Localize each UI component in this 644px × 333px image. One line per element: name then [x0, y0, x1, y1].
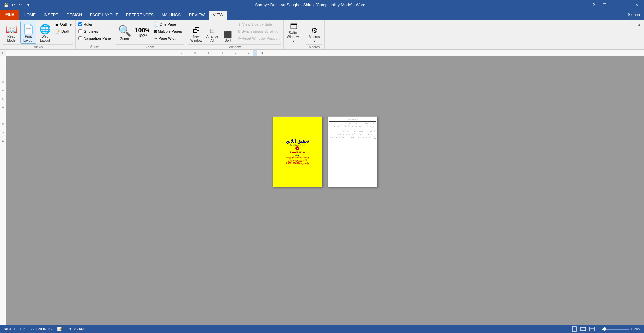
web-layout-button[interactable]: 🌐 Web Layout	[37, 21, 53, 44]
svg-text:9: 9	[2, 131, 4, 134]
tab-references[interactable]: REFERENCES	[122, 11, 158, 20]
zoom-100-button[interactable]: 100% 100%	[134, 21, 152, 44]
tab-design[interactable]: DESIGN	[63, 11, 86, 20]
switch-windows-group: 🗔 Switch Windows ▾	[284, 20, 304, 49]
tab-review[interactable]: REVIEW	[185, 11, 209, 20]
zoom-100-icon: 100%	[135, 27, 151, 34]
language: PERSIAN	[68, 327, 84, 331]
svg-rect-25	[590, 327, 594, 331]
status-bar: PAGE 1 OF 2 229 WORDS 📝 PERSIAN −	[0, 325, 644, 333]
status-bar-right: − + 20%	[571, 326, 641, 332]
page-1: تحقیق آنلاین Tahghighonline.ir ★ مرجع دا…	[273, 116, 322, 187]
switch-windows-label: Switch Windows	[287, 31, 301, 39]
show-group-content: Ruler Gridlines Navigation Pane	[78, 21, 112, 43]
navigation-pane-checkbox[interactable]: Navigation Pane	[78, 35, 112, 42]
redo-button[interactable]: ↪	[17, 2, 24, 8]
save-button[interactable]: 💾	[3, 2, 9, 8]
proofing-icon: 📝	[57, 327, 62, 331]
navigation-pane-label: Navigation Pane	[84, 36, 111, 40]
page1-price: با کمترین قیمت بازار	[288, 159, 307, 162]
close-button[interactable]: ✕	[632, 2, 641, 8]
svg-text:5: 5	[2, 98, 4, 100]
arrange-all-button[interactable]: ⊟ Arrange All	[205, 21, 220, 44]
collapse-ribbon-button[interactable]: ▲	[636, 22, 643, 28]
view-side-by-side-icon: ⫼	[238, 22, 241, 26]
svg-text:8: 8	[2, 123, 4, 125]
zoom-button[interactable]: 🔍 Zoom	[116, 21, 133, 44]
synchronous-scrolling-button[interactable]: ⇅ Synchronous Scrolling	[236, 28, 281, 35]
multiple-pages-button[interactable]: ⊞ Multiple Pages	[152, 28, 184, 35]
one-page-button[interactable]: 📄 One Page	[152, 21, 184, 28]
page1-subtitle: مرجع دانلـــود	[290, 150, 305, 154]
outline-draft-col: ☰ Outline 📝 Draft	[54, 21, 73, 35]
print-layout-view-button[interactable]	[571, 326, 577, 332]
read-mode-button[interactable]: 📖 Read Mode	[3, 21, 19, 44]
tab-home[interactable]: HOME	[19, 11, 40, 20]
views-group-label: Views	[3, 44, 73, 50]
gridlines-checkbox[interactable]: Gridlines	[78, 28, 112, 35]
macros-icon: ⚙	[311, 27, 318, 34]
ruler-area: L 7 6 5 4 3 2 1	[0, 50, 644, 56]
ruler-check-input[interactable]	[78, 22, 82, 26]
ruler-checkbox[interactable]: Ruler	[78, 21, 112, 28]
tab-view[interactable]: VIEW	[209, 11, 227, 20]
web-layout-view-button[interactable]	[589, 326, 595, 332]
view-side-by-side-button[interactable]: ⫼ View Side by Side	[236, 21, 281, 28]
tab-page-layout[interactable]: PAGE LAYOUT	[86, 11, 122, 20]
page1-url: Tahghighonline.ir	[290, 144, 305, 146]
print-layout-button[interactable]: 📄 Print Layout	[20, 21, 36, 44]
split-button[interactable]: ⬛ Split	[220, 21, 235, 44]
navigation-check-input[interactable]	[78, 36, 82, 40]
gridlines-label: Gridlines	[84, 29, 98, 33]
zoom-out-button[interactable]: −	[598, 326, 600, 332]
outline-icon: ☰	[55, 22, 59, 27]
zoom-100-label: 100%	[138, 34, 147, 38]
minimize-button[interactable]: ─	[610, 2, 620, 8]
zoom-in-button[interactable]: +	[630, 326, 633, 332]
svg-text:4: 4	[221, 51, 223, 54]
horizontal-ruler: 7 6 5 4 3 2 1	[6, 50, 644, 56]
web-layout-icon: 🌐	[39, 25, 51, 34]
undo-button[interactable]: ↩	[10, 2, 17, 8]
window-title: Sanaye-Dasti-Va-Soughat-Shiraz [Compatib…	[32, 3, 589, 7]
outline-button[interactable]: ☰ Outline	[54, 21, 73, 28]
reset-window-label: Reset Window Position	[242, 36, 280, 40]
new-window-button[interactable]: 🗗 New Window	[188, 21, 204, 44]
multiple-pages-icon: ⊞	[154, 29, 157, 34]
svg-text:1: 1	[261, 51, 263, 54]
macros-button[interactable]: ⚙ Macros ▾	[306, 21, 322, 44]
reset-window-position-button[interactable]: ⟲ Reset Window Position	[236, 35, 281, 42]
new-window-label: New Window	[189, 35, 203, 43]
customize-qat-button[interactable]: ▾	[25, 2, 32, 8]
tab-mailings[interactable]: MAILINGS	[158, 11, 185, 20]
zoom-slider-thumb[interactable]	[603, 327, 606, 331]
split-label: Split	[225, 39, 231, 43]
page-width-button[interactable]: ↔ Page Width	[152, 35, 184, 42]
restore-button[interactable]: ❐	[600, 2, 609, 8]
zoom-group-label: Zoom	[116, 44, 184, 50]
word-count: 229 WORDS	[30, 327, 52, 331]
maximize-button[interactable]: □	[621, 2, 631, 8]
page1-phone: واتساپ 09981366624	[286, 162, 309, 165]
draft-button[interactable]: 📝 Draft	[54, 28, 73, 35]
page-count: PAGE 1 OF 2	[3, 327, 25, 331]
tab-file[interactable]: FILE	[0, 10, 19, 20]
quick-access-toolbar: 💾 ↩ ↪ ▾	[3, 2, 32, 8]
window-controls: ? ❐ ─ □ ✕	[589, 2, 641, 8]
svg-text:7: 7	[2, 114, 4, 117]
web-layout-view-icon	[589, 326, 595, 332]
synchronous-scrolling-icon: ⇅	[238, 29, 241, 34]
sign-in-link[interactable]: Sign in	[623, 12, 644, 17]
outline-label: Outline	[60, 22, 72, 26]
ruler-label: Ruler	[84, 22, 92, 26]
full-screen-view-button[interactable]	[580, 326, 586, 332]
switch-windows-button[interactable]: 🗔 Switch Windows ▾	[286, 21, 302, 44]
show-group: Ruler Gridlines Navigation Pane Show	[76, 20, 114, 49]
tab-insert[interactable]: INSERT	[40, 11, 63, 20]
title-bar: 💾 ↩ ↪ ▾ Sanaye-Dasti-Va-Soughat-Shiraz […	[0, 0, 644, 10]
gridlines-check-input[interactable]	[78, 29, 82, 33]
print-layout-label: Print Layout	[21, 35, 35, 43]
help-button[interactable]: ?	[589, 2, 598, 8]
zoom-slider[interactable]	[602, 329, 629, 330]
vertical-ruler: 1 2 3 4 5 6 7 8 9 10	[0, 56, 6, 325]
